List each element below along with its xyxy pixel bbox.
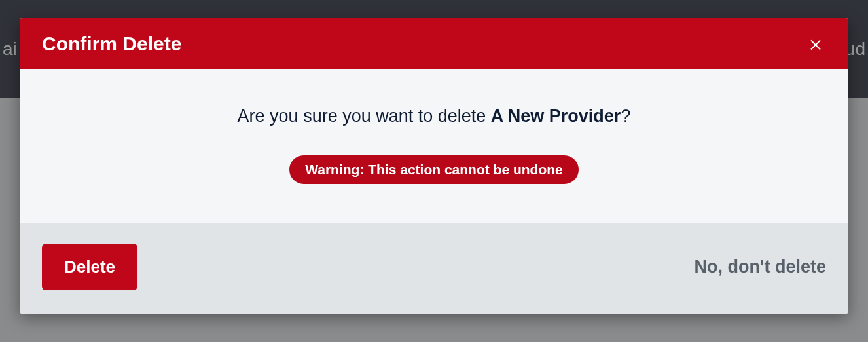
confirm-delete-modal: Confirm Delete Are you sure you want to … [20,18,848,314]
confirm-message: Are you sure you want to delete A New Pr… [42,106,826,126]
modal-footer: Delete No, don't delete [20,224,848,314]
modal-title: Confirm Delete [42,33,181,55]
cancel-button[interactable]: No, don't delete [695,250,826,284]
close-icon [808,36,823,52]
divider-line [42,202,826,202]
confirm-subject: A New Provider [491,106,621,126]
confirm-suffix: ? [621,106,630,126]
warning-badge: Warning: This action cannot be undone [289,155,579,184]
close-button[interactable] [805,33,826,54]
modal-header: Confirm Delete [20,18,848,69]
modal-body: Are you sure you want to delete A New Pr… [20,69,848,224]
confirm-prefix: Are you sure you want to delete [238,106,491,126]
delete-button[interactable]: Delete [42,244,137,290]
